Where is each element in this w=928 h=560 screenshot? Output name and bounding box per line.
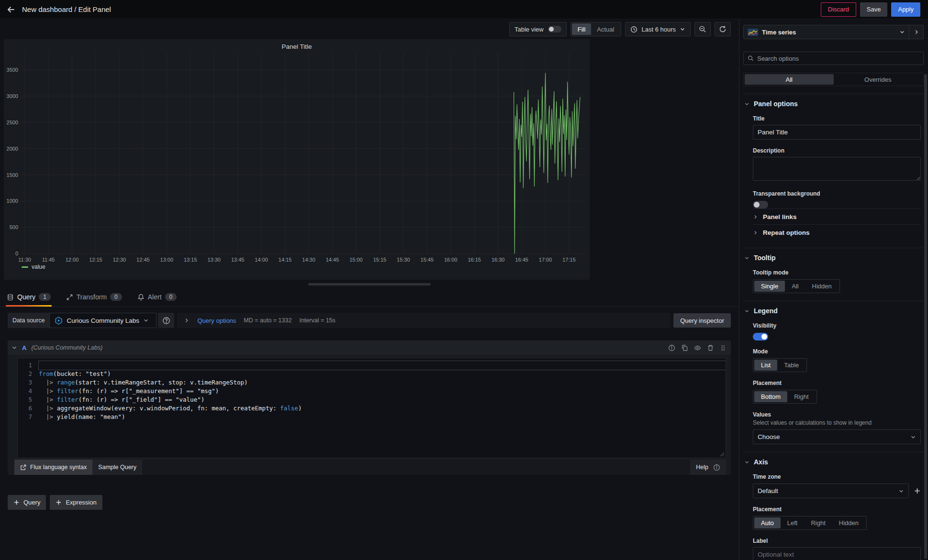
collapse-pane-button[interactable] — [909, 25, 923, 39]
repeat-options-section[interactable]: Repeat options — [753, 224, 921, 240]
eye-icon[interactable] — [694, 344, 701, 351]
code-line[interactable]: |> filter(fn: (r) => r["_field"] == "val… — [39, 395, 726, 404]
section-panel-options[interactable]: Panel options — [744, 100, 924, 108]
option-hidden[interactable]: Hidden — [832, 517, 865, 528]
option-all[interactable]: All — [785, 281, 805, 292]
svg-text:16:00: 16:00 — [444, 257, 458, 263]
query-inspector-button[interactable]: Query inspector — [673, 313, 731, 328]
legend-values-select[interactable]: Choose — [753, 429, 921, 444]
editor-resize-grip[interactable] — [720, 452, 725, 457]
save-button[interactable]: Save — [860, 2, 888, 17]
panel-links-title: Panel links — [763, 213, 797, 220]
code-line[interactable]: from(bucket: "test") — [39, 370, 726, 378]
chevron-down-icon[interactable] — [11, 345, 17, 351]
panel-description-input[interactable] — [753, 157, 921, 181]
table-view-toggle[interactable] — [548, 26, 561, 33]
active-tab-underline — [6, 305, 52, 307]
flux-code-editor[interactable]: 1234567 from(bucket: "test") |> range(st… — [17, 358, 726, 458]
info-circle-icon — [713, 464, 720, 471]
clock-icon — [630, 26, 637, 33]
add-timezone-button[interactable] — [914, 487, 921, 494]
legend-visibility-toggle[interactable] — [753, 333, 768, 340]
legend-series-label[interactable]: value — [32, 264, 45, 270]
code-line[interactable]: |> range(start: v.timeRangeStart, stop: … — [39, 378, 726, 387]
back-button[interactable] — [0, 0, 22, 19]
option-fill[interactable]: Fill — [572, 23, 592, 35]
grafana-edit-panel: New dashboard / Edit Panel Discard Save … — [0, 0, 928, 560]
chevron-right-icon[interactable] — [184, 318, 190, 323]
option-auto[interactable]: Auto — [754, 517, 781, 528]
query-options-link[interactable]: Query options — [197, 317, 236, 324]
options-search[interactable] — [743, 52, 924, 65]
tab-query[interactable]: Query 1 — [6, 293, 52, 307]
chevron-down-icon — [744, 308, 749, 314]
transparent-bg-toggle[interactable] — [753, 201, 768, 209]
tab-transform-count: 0 — [110, 293, 122, 301]
query-row-actions — [668, 344, 726, 351]
description-field-label: Description — [753, 147, 921, 154]
code-content[interactable]: from(bucket: "test") |> range(start: v.t… — [39, 358, 726, 458]
legend-series-swatch[interactable] — [22, 266, 28, 268]
copy-icon[interactable] — [681, 344, 688, 351]
option-table[interactable]: Table — [777, 360, 805, 371]
section-title: Axis — [754, 458, 768, 466]
zoom-out-button[interactable] — [694, 22, 711, 36]
option-hidden[interactable]: Hidden — [805, 281, 839, 292]
query-row-header[interactable]: A (Curious Community Labs) — [8, 340, 731, 355]
option-single[interactable]: Single — [754, 281, 785, 292]
discard-button[interactable]: Discard — [821, 2, 856, 17]
add-expression-button[interactable]: Expression — [50, 495, 102, 510]
chevron-down-icon — [910, 434, 916, 440]
transparent-bg-label: Transparent background — [753, 190, 921, 197]
svg-text:13:00: 13:00 — [160, 257, 174, 263]
option-overrides[interactable]: Overrides — [834, 74, 923, 85]
refresh-button[interactable] — [715, 22, 731, 36]
sample-query-button[interactable]: Sample Query — [92, 460, 142, 475]
datasource-help-button[interactable] — [158, 313, 174, 328]
help-button[interactable]: Help — [690, 460, 726, 475]
panel-title-input[interactable] — [753, 125, 921, 140]
option-bottom[interactable]: Bottom — [754, 391, 787, 402]
section-legend[interactable]: Legend — [744, 307, 924, 315]
line-number-gutter: 1234567 — [18, 358, 39, 458]
section-title: Tooltip — [754, 254, 776, 262]
code-line[interactable] — [39, 361, 726, 370]
editor-footer-spacer — [142, 460, 690, 475]
svg-text:16:30: 16:30 — [492, 257, 505, 263]
timezone-select[interactable]: Default — [753, 483, 909, 498]
tab-alert[interactable]: Alert 0 — [136, 293, 178, 307]
code-line[interactable]: |> filter(fn: (r) => r["_measurement"] =… — [39, 387, 726, 395]
code-line[interactable]: |> aggregateWindow(every: v.windowPeriod… — [39, 404, 726, 413]
svg-text:13:45: 13:45 — [231, 257, 245, 263]
section-tooltip[interactable]: Tooltip — [744, 254, 924, 262]
flux-syntax-button[interactable]: Flux language syntax — [14, 460, 92, 475]
svg-text:13:15: 13:15 — [184, 257, 197, 263]
flux-syntax-label: Flux language syntax — [30, 464, 87, 471]
tab-transform[interactable]: Transform 0 — [65, 293, 123, 307]
options-search-input[interactable] — [757, 55, 919, 62]
add-query-button[interactable]: Query — [8, 495, 46, 510]
option-left[interactable]: Left — [781, 517, 805, 528]
option-list[interactable]: List — [754, 360, 777, 371]
drag-handle-icon[interactable] — [720, 344, 726, 351]
panel-links-section[interactable]: Panel links — [753, 209, 921, 224]
options-scrollbar[interactable] — [924, 74, 927, 559]
axis-label-label: Label — [753, 538, 921, 544]
time-series-chart[interactable]: 050010001500200025003000350011:3011:4512… — [4, 39, 590, 280]
option-all[interactable]: All — [745, 74, 834, 85]
option-actual[interactable]: Actual — [591, 23, 620, 35]
datasource-picker[interactable]: Curious Community Labs — [49, 313, 157, 328]
info-circle-icon[interactable] — [668, 344, 675, 351]
option-right[interactable]: Right — [787, 391, 815, 402]
section-axis[interactable]: Axis — [744, 458, 924, 466]
visualization-select[interactable]: Time series — [744, 25, 909, 39]
trash-icon[interactable] — [707, 344, 714, 351]
bell-icon — [137, 294, 145, 301]
transform-icon — [66, 294, 73, 301]
apply-button[interactable]: Apply — [891, 2, 920, 17]
arrow-left-icon — [7, 5, 15, 14]
code-line[interactable]: |> yield(name: "mean") — [39, 413, 726, 421]
axis-label-input[interactable] — [753, 547, 921, 560]
time-range-picker[interactable]: Last 6 hours — [625, 22, 691, 36]
option-right[interactable]: Right — [804, 517, 832, 528]
